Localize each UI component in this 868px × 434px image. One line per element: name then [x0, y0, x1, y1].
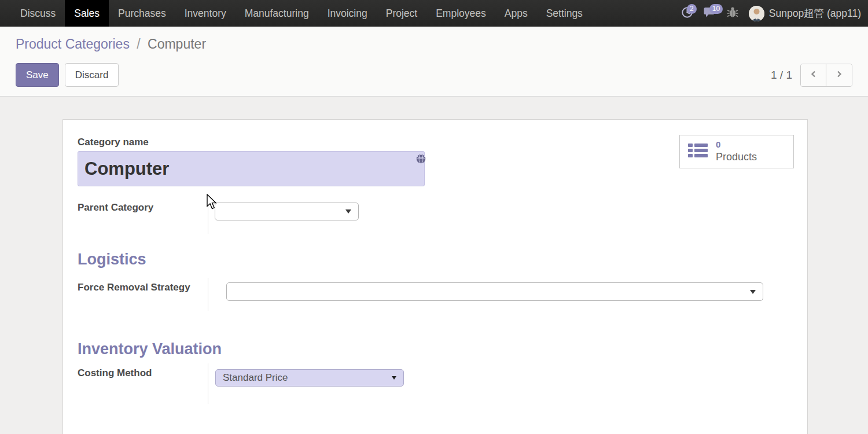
breadcrumb-separator: / — [137, 36, 140, 52]
nav-item-settings[interactable]: Settings — [537, 0, 592, 27]
nav-item-discuss[interactable]: Discuss — [11, 0, 65, 27]
form-sheet: Category name Parent Category Logistics … — [62, 119, 808, 434]
chevron-down-icon — [392, 376, 396, 380]
nav-item-purchases[interactable]: Purchases — [109, 0, 175, 27]
parent-category-select[interactable] — [215, 203, 359, 220]
systray: 2 10 — [681, 0, 868, 27]
nav-item-manufacturing[interactable]: Manufacturing — [236, 0, 318, 27]
main-menu: Discuss Sales Purchases Inventory Manufa… — [0, 0, 592, 27]
parent-category-label: Parent Category — [78, 202, 153, 214]
costing-method-value: Standard Price — [223, 372, 288, 384]
top-navbar: Discuss Sales Purchases Inventory Manufa… — [0, 0, 868, 27]
force-removal-strategy-label: Force Removal Strategy — [78, 282, 190, 293]
pager-previous-button[interactable] — [801, 64, 826, 86]
pager-buttons — [800, 64, 852, 87]
bug-icon — [727, 6, 738, 21]
discard-button[interactable]: Discard — [65, 63, 119, 87]
pager-value: 1 / 1 — [771, 69, 792, 82]
pager: 1 / 1 — [771, 64, 852, 87]
nav-item-apps[interactable]: Apps — [495, 0, 537, 27]
chevron-left-icon — [810, 70, 818, 80]
category-name-label: Category name — [78, 137, 149, 148]
avatar — [749, 6, 764, 21]
field-separator — [208, 363, 208, 404]
breadcrumb: Product Categories / Computer — [16, 36, 852, 52]
content-area: Category name Parent Category Logistics … — [0, 97, 868, 431]
chevron-down-icon — [750, 290, 756, 294]
category-name-input[interactable] — [78, 151, 425, 186]
nav-item-project[interactable]: Project — [377, 0, 426, 27]
inventory-valuation-section-heading: Inventory Valuation — [78, 340, 222, 358]
costing-method-select[interactable]: Standard Price — [215, 369, 404, 387]
breadcrumb-parent-link[interactable]: Product Categories — [16, 36, 130, 52]
list-icon — [688, 143, 708, 161]
chevron-down-icon — [345, 209, 351, 214]
nav-item-employees[interactable]: Employees — [426, 0, 495, 27]
breadcrumb-current: Computer — [148, 36, 206, 52]
activity-count-badge: 2 — [687, 4, 697, 14]
chevron-right-icon — [835, 70, 843, 80]
control-panel: Product Categories / Computer Save Disca… — [0, 27, 868, 97]
nav-item-invoicing[interactable]: Invoicing — [318, 0, 377, 27]
field-separator — [208, 278, 208, 311]
save-button[interactable]: Save — [16, 63, 59, 87]
messages-count-badge: 10 — [709, 4, 723, 14]
pager-next-button[interactable] — [826, 64, 852, 86]
activity-menu-button[interactable]: 2 — [681, 6, 693, 21]
debug-menu-button[interactable] — [727, 6, 738, 21]
field-separator — [208, 198, 208, 234]
actions-row: Save Discard 1 / 1 — [16, 63, 852, 87]
user-name: Sunpop超管 (app11) — [769, 6, 861, 20]
user-menu-button[interactable]: Sunpop超管 (app11) — [749, 6, 863, 21]
costing-method-label: Costing Method — [78, 367, 152, 379]
nav-item-inventory[interactable]: Inventory — [175, 0, 236, 27]
force-removal-strategy-select[interactable] — [226, 282, 763, 301]
products-label: Products — [716, 150, 757, 164]
nav-item-sales[interactable]: Sales — [65, 0, 109, 27]
logistics-section-heading: Logistics — [78, 251, 146, 269]
products-count: 0 — [716, 139, 757, 150]
globe-icon[interactable] — [416, 154, 426, 166]
products-smart-button[interactable]: 0 Products — [679, 135, 794, 168]
messages-menu-button[interactable]: 10 — [704, 6, 716, 21]
